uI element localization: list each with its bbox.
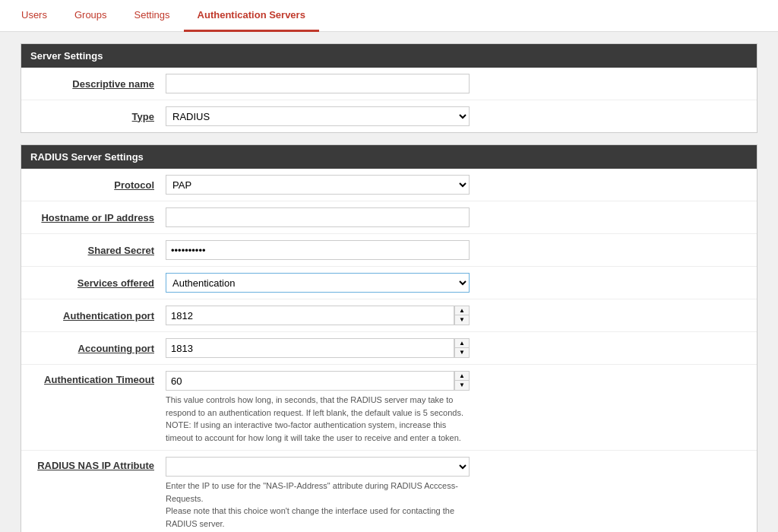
shared-secret-control [166, 240, 470, 260]
accounting-port-row: Accounting port ▲ ▼ [21, 332, 757, 365]
type-control: RADIUS LDAP Local Database [166, 106, 470, 126]
services-offered-select[interactable]: Authentication Accounting Both [166, 273, 470, 293]
server-settings-header: Server Settings [21, 44, 757, 68]
descriptive-name-row: Descriptive name [21, 68, 757, 100]
auth-port-spinners: ▲ ▼ [454, 306, 470, 325]
shared-secret-label: Shared Secret [29, 245, 166, 256]
accounting-port-control: ▲ ▼ [166, 338, 470, 358]
tab-users[interactable]: Users [8, 0, 61, 32]
hostname-row: Hostname or IP address [21, 201, 757, 234]
auth-timeout-wrap: ▲ ▼ [166, 371, 470, 391]
auth-timeout-control: ▲ ▼ This value controls how long, in sec… [166, 371, 470, 444]
nas-ip-label: RADIUS NAS IP Attribute [29, 457, 166, 471]
page-content: Server Settings Descriptive name Type RA… [9, 32, 769, 532]
auth-port-label: Authentication port [29, 310, 166, 321]
server-settings-section: Server Settings Descriptive name Type RA… [21, 43, 757, 133]
auth-timeout-row: Authentication Timeout ▲ ▼ This value co… [21, 365, 757, 451]
hostname-label: Hostname or IP address [29, 212, 166, 223]
descriptive-name-input[interactable] [166, 74, 470, 93]
type-label: Type [29, 111, 166, 122]
auth-timeout-label: Authentication Timeout [29, 371, 166, 385]
auth-timeout-spin-up[interactable]: ▲ [455, 372, 469, 381]
services-offered-row: Services offered Authentication Accounti… [21, 267, 757, 299]
hostname-input[interactable] [166, 207, 470, 227]
auth-port-wrap: ▲ ▼ [166, 306, 470, 325]
descriptive-name-label: Descriptive name [29, 78, 166, 90]
nas-ip-help: Enter the IP to use for the "NAS-IP-Addr… [166, 480, 470, 530]
radius-settings-section: RADIUS Server Settings Protocol PAP CHAP… [21, 144, 757, 532]
nas-ip-row: RADIUS NAS IP Attribute Enter the IP to … [21, 451, 757, 532]
services-offered-label: Services offered [29, 277, 166, 289]
auth-timeout-help: This value controls how long, in seconds… [166, 394, 470, 444]
nav-tabs: Users Groups Settings Authentication Ser… [0, 0, 778, 32]
accounting-port-wrap: ▲ ▼ [166, 338, 470, 358]
tab-settings[interactable]: Settings [121, 0, 184, 32]
accounting-port-input[interactable] [166, 338, 454, 358]
hostname-control [166, 207, 470, 227]
nas-ip-select[interactable] [166, 457, 470, 477]
auth-timeout-input[interactable] [166, 371, 454, 391]
auth-port-control: ▲ ▼ [166, 306, 470, 325]
auth-timeout-spinners: ▲ ▼ [454, 371, 470, 391]
accounting-port-label: Accounting port [29, 343, 166, 354]
auth-port-spin-down[interactable]: ▼ [455, 315, 469, 325]
shared-secret-input[interactable] [166, 240, 470, 260]
accounting-port-spinners: ▲ ▼ [454, 338, 470, 358]
protocol-row: Protocol PAP CHAP MS-CHAP MS-CHAPv2 [21, 169, 757, 201]
auth-port-input[interactable] [166, 306, 454, 325]
auth-timeout-spin-down[interactable]: ▼ [455, 381, 469, 390]
accounting-port-spin-up[interactable]: ▲ [455, 339, 469, 348]
auth-port-spin-up[interactable]: ▲ [455, 306, 469, 315]
protocol-label: Protocol [29, 179, 166, 191]
descriptive-name-control [166, 74, 470, 93]
protocol-control: PAP CHAP MS-CHAP MS-CHAPv2 [166, 175, 470, 195]
tab-auth-servers[interactable]: Authentication Servers [184, 0, 319, 32]
nas-ip-control: Enter the IP to use for the "NAS-IP-Addr… [166, 457, 470, 530]
shared-secret-row: Shared Secret [21, 234, 757, 267]
radius-settings-header: RADIUS Server Settings [21, 145, 757, 169]
tab-groups[interactable]: Groups [61, 0, 121, 32]
accounting-port-spin-down[interactable]: ▼ [455, 348, 469, 357]
services-offered-control: Authentication Accounting Both [166, 273, 470, 293]
protocol-select[interactable]: PAP CHAP MS-CHAP MS-CHAPv2 [166, 175, 470, 195]
type-select[interactable]: RADIUS LDAP Local Database [166, 106, 470, 126]
auth-port-row: Authentication port ▲ ▼ [21, 299, 757, 332]
type-row: Type RADIUS LDAP Local Database [21, 100, 757, 132]
